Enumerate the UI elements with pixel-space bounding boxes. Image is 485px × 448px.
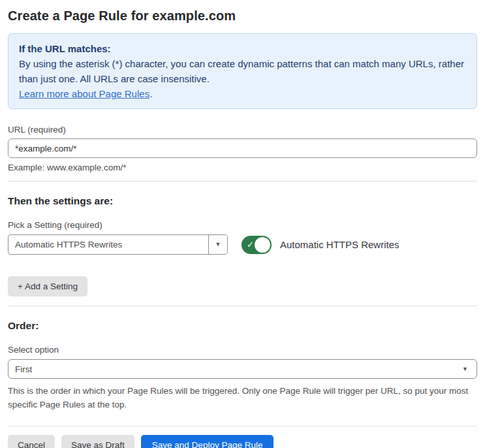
divider bbox=[8, 181, 477, 182]
cancel-button[interactable]: Cancel bbox=[8, 435, 55, 448]
https-rewrites-toggle[interactable]: ✓ bbox=[242, 236, 272, 254]
toggle-label: Automatic HTTPS Rewrites bbox=[280, 239, 399, 250]
url-field-label: URL (required) bbox=[8, 125, 477, 135]
order-select-label: Select option bbox=[8, 345, 477, 355]
footer-actions: Cancel Save as Draft Save and Deploy Pag… bbox=[8, 435, 477, 448]
order-select-value: First bbox=[15, 364, 32, 374]
page-title: Create a Page Rule for example.com bbox=[8, 8, 477, 24]
page-rule-form: Create a Page Rule for example.com If th… bbox=[0, 0, 485, 448]
setting-row: Automatic HTTPS Rewrites ▼ ✓ Automatic H… bbox=[8, 234, 477, 255]
chevron-down-icon: ▼ bbox=[215, 242, 221, 248]
order-section-heading: Order: bbox=[8, 320, 477, 332]
setting-select[interactable]: Automatic HTTPS Rewrites ▼ bbox=[8, 234, 228, 255]
order-helper-text: This is the order in which your Page Rul… bbox=[8, 384, 477, 411]
toggle-knob bbox=[255, 237, 270, 253]
save-draft-button[interactable]: Save as Draft bbox=[61, 435, 134, 448]
pick-setting-label: Pick a Setting (required) bbox=[8, 220, 477, 230]
info-box-heading: If the URL matches: bbox=[19, 41, 466, 56]
info-box-body: By using the asterisk (*) character, you… bbox=[19, 56, 466, 86]
setting-select-value: Automatic HTTPS Rewrites bbox=[8, 235, 208, 254]
setting-select-arrow-button[interactable]: ▼ bbox=[208, 235, 227, 254]
add-setting-button[interactable]: + Add a Setting bbox=[8, 276, 87, 296]
learn-more-link[interactable]: Learn more about Page Rules bbox=[19, 88, 149, 99]
settings-section-heading: Then the settings are: bbox=[8, 195, 477, 207]
link-suffix: . bbox=[149, 88, 152, 99]
url-example-helper: Example: www.example.com/* bbox=[8, 163, 477, 172]
check-icon: ✓ bbox=[247, 240, 254, 249]
order-select[interactable]: First ▼ bbox=[8, 359, 477, 379]
divider bbox=[8, 426, 477, 426]
url-matches-info-box: If the URL matches: By using the asteris… bbox=[8, 33, 477, 109]
divider bbox=[8, 306, 477, 306]
save-deploy-button[interactable]: Save and Deploy Page Rule bbox=[141, 435, 274, 448]
url-input[interactable] bbox=[8, 138, 477, 158]
chevron-down-icon: ▼ bbox=[462, 366, 468, 372]
info-box-link-line: Learn more about Page Rules. bbox=[19, 86, 466, 101]
